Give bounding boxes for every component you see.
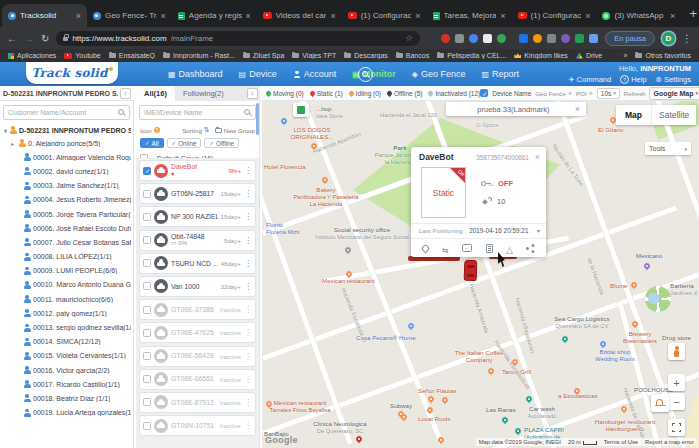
geo-fence-add-icon[interactable] bbox=[568, 90, 572, 97]
status-filter[interactable]: Inactivated (12) bbox=[428, 90, 480, 97]
nav-item[interactable]: Account bbox=[293, 69, 337, 79]
help-link[interactable]: ?Help bbox=[620, 75, 646, 84]
tab-close-icon[interactable] bbox=[330, 11, 335, 21]
device-row[interactable]: GT06E-56428 Inactive bbox=[139, 346, 256, 367]
tree-item[interactable]: 00011. mauriciochico(6/6) bbox=[0, 292, 133, 306]
tree-item[interactable]: 00001. Almaguer Valencia Roque(2/2) bbox=[0, 150, 133, 164]
device-checkbox[interactable] bbox=[143, 282, 151, 290]
browser-tab[interactable]: (1) Configuracion bbox=[342, 4, 427, 27]
pegman-control[interactable] bbox=[668, 343, 685, 360]
extension-icon[interactable] bbox=[483, 34, 492, 43]
tree-item[interactable]: 00016. Victor garcia(2/2) bbox=[0, 363, 133, 377]
tab-following[interactable]: Following(2) bbox=[175, 86, 232, 101]
bookmark-item[interactable]: Drive bbox=[576, 52, 602, 59]
share-icon[interactable] bbox=[526, 244, 535, 253]
zoom-out-button[interactable] bbox=[668, 393, 685, 410]
refresh-interval-select[interactable]: 10s bbox=[597, 88, 620, 99]
device-row[interactable]: DaveBot ♥ 9hr+ bbox=[139, 160, 256, 181]
device-menu-icon[interactable] bbox=[244, 398, 252, 407]
map-pin[interactable] bbox=[501, 416, 509, 424]
expand-details-icon[interactable] bbox=[537, 227, 540, 234]
filter-online-chip[interactable]: Online bbox=[167, 138, 202, 148]
tree-item[interactable]: 00004. Jesus Roberto Jimenez(1/1) bbox=[0, 193, 133, 207]
tree-item[interactable]: 00009. LUMI PEOPLE(6/6) bbox=[0, 264, 133, 278]
status-filter[interactable]: Static (1) bbox=[310, 90, 343, 97]
playback-icon[interactable] bbox=[442, 239, 449, 257]
device-checkbox[interactable] bbox=[143, 375, 151, 383]
device-menu-icon[interactable] bbox=[244, 189, 252, 198]
bookmark-item[interactable]: Youtube bbox=[64, 52, 100, 59]
map-pin[interactable] bbox=[427, 395, 435, 403]
device-row[interactable]: Van 1000 32day+ bbox=[139, 276, 256, 297]
device-checkbox[interactable] bbox=[143, 329, 151, 337]
tab-close-icon[interactable] bbox=[500, 11, 505, 21]
map-pin[interactable] bbox=[599, 340, 607, 348]
nav-item[interactable]: Report bbox=[481, 69, 519, 79]
bookmark-item[interactable]: Bancos bbox=[396, 52, 429, 59]
map-pin[interactable] bbox=[441, 396, 449, 404]
device-menu-icon[interactable] bbox=[244, 259, 252, 268]
command-console-icon[interactable] bbox=[462, 244, 472, 252]
clear-search-icon[interactable] bbox=[575, 104, 580, 114]
device-row[interactable]: NP 300 RAZIEL 15day+ bbox=[139, 206, 256, 227]
device-row[interactable]: GT06E-47625 Inactive bbox=[139, 322, 256, 343]
extension-icon[interactable] bbox=[575, 34, 584, 43]
device-menu-icon[interactable] bbox=[244, 352, 252, 361]
extension-icon[interactable] bbox=[441, 34, 450, 43]
settings-link[interactable]: ⚙Settings bbox=[656, 75, 691, 84]
device-menu-icon[interactable] bbox=[244, 212, 252, 221]
device-row[interactable]: GT06N-10751 Inactive bbox=[139, 415, 256, 436]
extension-icon[interactable] bbox=[469, 34, 478, 43]
alert-icon[interactable] bbox=[506, 239, 513, 257]
filter-offline-chip[interactable]: Offline bbox=[204, 138, 239, 148]
device-menu-icon[interactable] bbox=[244, 375, 252, 384]
other-bookmarks-button[interactable]: Otros favoritos bbox=[635, 52, 691, 59]
device-panel-scrollbar[interactable] bbox=[256, 103, 259, 135]
icon-toggle[interactable]: Icon? bbox=[140, 127, 160, 134]
status-filter[interactable]: Moving (0) bbox=[266, 90, 304, 97]
map-pin[interactable] bbox=[514, 427, 522, 435]
tools-dropdown[interactable]: Tools bbox=[645, 142, 691, 155]
extension-icon[interactable] bbox=[533, 34, 542, 43]
device-name-checkbox[interactable] bbox=[480, 89, 488, 97]
status-filter[interactable]: Offline (5) bbox=[387, 90, 422, 97]
browser-tab[interactable]: Geo Fence- Track bbox=[87, 4, 172, 27]
command-link[interactable]: ✈Command bbox=[569, 75, 611, 84]
tree-item[interactable]: 00006. José Rafael Escoto Duhart(1/1) bbox=[0, 221, 133, 235]
new-group-button[interactable]: New Group bbox=[215, 127, 255, 134]
tree-item[interactable]: 00013. sergio godinez sevilla(1/1) bbox=[0, 320, 133, 334]
search-icon[interactable] bbox=[244, 109, 252, 117]
poi-toggle[interactable]: POI bbox=[576, 90, 587, 97]
report-error-link[interactable]: Report a map error bbox=[645, 439, 694, 445]
extension-icon[interactable] bbox=[561, 34, 570, 43]
bookmark-star-icon[interactable] bbox=[405, 33, 413, 43]
bookmark-item[interactable]: Ziluet Spa bbox=[243, 52, 285, 59]
tree-item[interactable]: 00005. Jorge Tavera Particular(1/1) bbox=[0, 207, 133, 221]
refresh-button[interactable]: Refresh bbox=[624, 90, 646, 97]
tree-item[interactable]: 00012. paty gomez(1/1) bbox=[0, 306, 133, 320]
map-pin[interactable] bbox=[630, 281, 638, 289]
map-pin[interactable] bbox=[487, 367, 495, 375]
extension-icon[interactable] bbox=[455, 34, 464, 43]
map-pin[interactable] bbox=[407, 322, 415, 330]
device-row[interactable]: TSURU NCD ... 48day+ bbox=[139, 253, 256, 274]
nav-item[interactable]: Device bbox=[239, 69, 277, 79]
tab-close-icon[interactable] bbox=[161, 11, 166, 21]
bookmark-item[interactable]: Descargas bbox=[344, 52, 387, 59]
bookmark-item[interactable]: EnsaisateQ bbox=[109, 52, 155, 59]
popup-close-icon[interactable] bbox=[535, 152, 540, 162]
satellite-button[interactable]: Satellite bbox=[652, 105, 696, 125]
collapse-device-panel-button[interactable] bbox=[247, 88, 258, 99]
map-pin[interactable] bbox=[344, 246, 352, 254]
tree-item[interactable]: 00015. Violeta Cervantes(1/1) bbox=[0, 349, 133, 363]
device-row[interactable]: GT06E-87912 Inactive bbox=[139, 392, 256, 413]
device-row[interactable]: GT06E-66551 Inactive bbox=[139, 369, 256, 390]
device-row[interactable]: Qbit-74848 ▭ 0% 5day+ bbox=[139, 230, 256, 251]
device-checkbox[interactable] bbox=[143, 398, 151, 406]
zoom-in-button[interactable] bbox=[668, 374, 685, 391]
browser-tab[interactable]: Videos del canal - bbox=[257, 4, 342, 27]
tree-item[interactable]: 00002. david cortez(1/1) bbox=[0, 164, 133, 178]
terms-link[interactable]: Terms of Use bbox=[604, 439, 638, 445]
extension-icon[interactable] bbox=[589, 34, 598, 43]
tree-root-item[interactable]: D-502231 INNPRONTUM PEDRO SOSA(5 bbox=[0, 124, 133, 136]
